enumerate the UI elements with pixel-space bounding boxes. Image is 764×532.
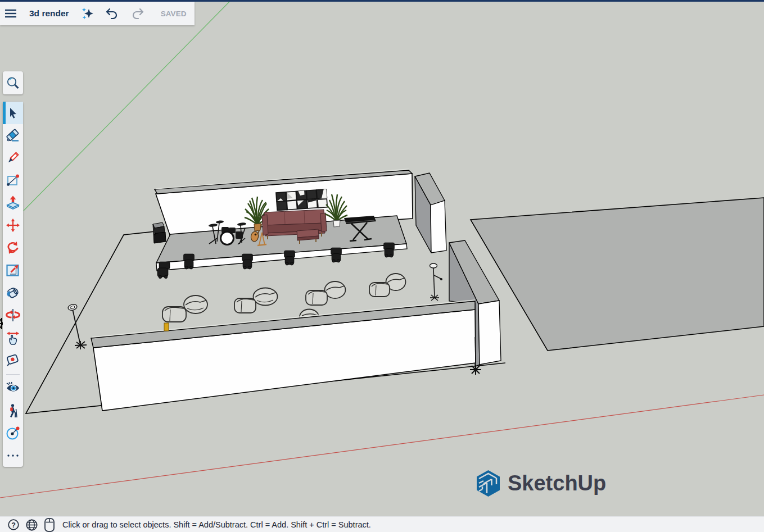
svg-text:?: ? bbox=[11, 521, 16, 529]
